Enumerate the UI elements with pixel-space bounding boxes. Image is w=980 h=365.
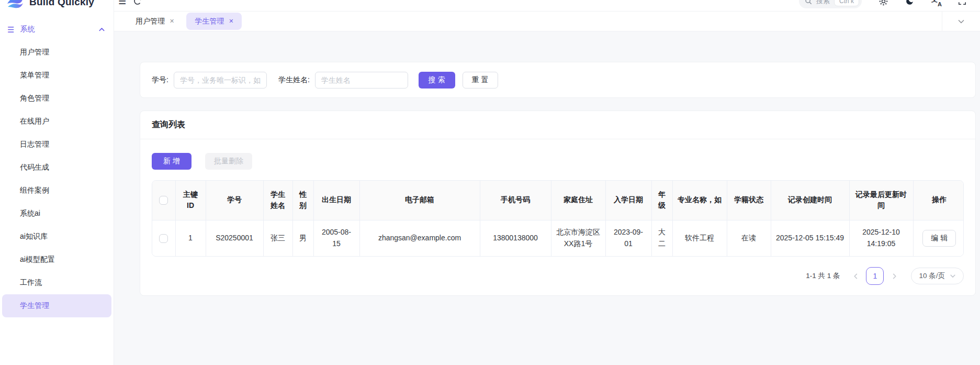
tab-bar: 用户管理 ✕ 学生管理 ✕ [114,12,980,31]
cell-created-at: 2025-12-05 15:15:49 [771,220,849,256]
language-button[interactable]: 文A [931,0,941,6]
tab-label: 用户管理 [136,17,165,26]
cell-major: 软件工程 [672,220,727,256]
sidebar-item-ai-knowledge-base[interactable]: ai知识库 [2,225,111,248]
settings-button[interactable] [879,0,888,6]
app-window: Build Quickly ☰ 系统 用户管理 菜单管理 角色管理 在线用户 日… [0,0,980,365]
sidebar-menu: 用户管理 菜单管理 角色管理 在线用户 日志管理 代码生成 组件案例 系统ai … [0,41,114,317]
col-header-student-no: 学号 [206,181,263,220]
close-icon[interactable]: ✕ [170,18,174,24]
cell-updated-at: 2025-12-10 14:19:05 [849,220,913,256]
top-header: ☰ 搜索 Ctrl k [114,0,980,12]
tab-student-management[interactable]: 学生管理 ✕ [186,13,242,30]
col-header-id: 主键ID [175,181,206,220]
search-button[interactable]: 搜 索 [419,72,455,89]
cell-actions: 编 辑 [913,220,964,256]
next-page-button[interactable] [887,269,902,283]
search-filter-card: 学号: 学生姓名: 搜 索 重 置 [140,62,976,98]
search-icon [805,0,812,5]
student-name-label: 学生姓名: [278,75,310,85]
panel-title: 查询列表 [152,111,964,139]
student-name-input[interactable] [315,72,408,89]
table-row: 1 S20250001 张三 男 2005-08-15 zhangsan@exa… [152,220,964,256]
prev-page-button[interactable] [848,269,863,283]
table-toolbar: 新 增 批量删除 [152,153,964,170]
chevron-up-icon [98,26,105,33]
pagination-total: 1-1 共 1 条 [806,271,840,281]
col-header-actions: 操作 [913,181,964,220]
divider [140,139,975,139]
tab-label: 学生管理 [195,17,224,26]
tab-list-dropdown-button[interactable] [942,12,980,31]
sidebar-item-menu-management[interactable]: 菜单管理 [2,64,111,87]
sidebar-item-code-generation[interactable]: 代码生成 [2,156,111,179]
search-shortcut-badge: Ctrl k [834,0,859,6]
reset-button[interactable]: 重 置 [463,72,498,89]
sidebar-item-role-management[interactable]: 角色管理 [2,87,111,110]
sidebar-item-online-users[interactable]: 在线用户 [2,110,111,133]
header-checkbox[interactable] [159,196,168,205]
sidebar-item-user-management[interactable]: 用户管理 [2,41,111,64]
refresh-button[interactable] [133,0,142,5]
moon-icon [905,0,914,6]
cell-grade: 大二 [651,220,672,256]
query-list-card: 查询列表 新 增 批量删除 [140,110,976,296]
row-checkbox[interactable] [159,234,168,243]
student-no-input[interactable] [174,72,267,89]
chevron-right-icon [891,273,898,280]
table-header-row: 主键ID 学号 学生姓名 性别 出生日期 电子邮箱 手机号码 家庭住址 入学日期… [152,181,964,220]
col-header-major: 专业名称，如 [672,181,727,220]
sidebar-item-log-management[interactable]: 日志管理 [2,133,111,156]
add-button[interactable]: 新 增 [152,153,192,170]
col-header-status: 学籍状态 [727,181,771,220]
cell-email: zhangsan@example.com [359,220,480,256]
col-header-created-at: 记录创建时间 [771,181,849,220]
students-table: 主键ID 学号 学生姓名 性别 出生日期 电子邮箱 手机号码 家庭住址 入学日期… [152,180,964,257]
logo-icon [6,0,24,9]
cell-status: 在读 [727,220,771,256]
page-size-select[interactable]: 10 条/页 [911,268,964,284]
cell-birth-date: 2005-08-15 [313,220,359,256]
sidebar-item-student-management[interactable]: 学生管理 [2,294,111,317]
chevron-down-icon [950,273,956,279]
fullscreen-button[interactable] [958,0,966,5]
sidebar-group-system[interactable]: ☰ 系统 [0,18,114,41]
refresh-icon [133,0,142,5]
sidebar-item-ai-model-config[interactable]: ai模型配置 [2,248,111,271]
fullscreen-icon [958,0,966,5]
collapse-sidebar-button[interactable]: ☰ [118,0,126,6]
col-header-birth-date: 出生日期 [313,181,359,220]
cell-address: 北京市海淀区XX路1号 [551,220,605,256]
theme-toggle-button[interactable] [905,0,914,6]
col-header-name: 学生姓名 [263,181,292,220]
logo: Build Quickly [0,0,114,13]
sidebar-item-system-ai[interactable]: 系统ai [2,202,111,225]
cell-id: 1 [175,220,206,256]
col-header-grade: 年级 [651,181,672,220]
translate-icon: 文A [931,0,941,6]
sidebar: Build Quickly ☰ 系统 用户管理 菜单管理 角色管理 在线用户 日… [0,0,114,365]
edit-button[interactable]: 编 辑 [922,230,956,247]
search-placeholder-text: 搜索 [816,0,830,6]
cell-name: 张三 [263,220,292,256]
logo-title: Build Quickly [29,0,94,8]
col-header-address: 家庭住址 [551,181,605,220]
student-no-label: 学号: [152,75,168,85]
select-all-cell [152,181,175,220]
pagination: 1-1 共 1 条 1 10 条/页 [152,267,964,285]
hamburger-icon: ☰ [118,0,126,6]
main-area: ☰ 搜索 Ctrl k [114,0,980,365]
page-number-button[interactable]: 1 [866,267,884,285]
col-header-email: 电子邮箱 [359,181,480,220]
sidebar-item-workflow[interactable]: 工作流 [2,271,111,294]
close-icon[interactable]: ✕ [229,18,233,24]
cell-gender: 男 [292,220,313,256]
menu-group-icon: ☰ [7,26,14,34]
page-size-value: 10 条/页 [919,271,945,281]
global-search[interactable]: 搜索 Ctrl k [799,0,862,8]
col-header-phone: 手机号码 [480,181,551,220]
batch-delete-button[interactable]: 批量删除 [205,153,252,170]
tab-user-management[interactable]: 用户管理 ✕ [128,12,182,31]
sidebar-item-component-demos[interactable]: 组件案例 [2,179,111,202]
cell-student-no: S20250001 [206,220,263,256]
